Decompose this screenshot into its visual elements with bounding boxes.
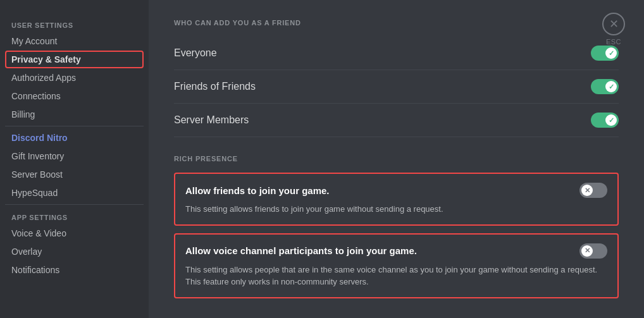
toggle-allow-voice-join[interactable]: ✕: [579, 243, 607, 259]
toggle-knob-server-members: ✓: [605, 114, 617, 126]
rich-presence-card-allow-friends: Allow friends to join your game. ✕ This …: [174, 173, 619, 226]
rich-presence-card-header-2: Allow voice channel participants to join…: [185, 243, 607, 259]
rich-presence-title: RICH PRESENCE: [174, 155, 619, 162]
toggle-knob-everyone: ✓: [605, 47, 617, 59]
toggle-row-server-members: Server Members ✓: [174, 104, 619, 137]
sidebar-item-voice-video[interactable]: Voice & Video: [5, 224, 144, 242]
sidebar-item-connections[interactable]: Connections: [5, 87, 144, 105]
toggle-row-friends-of-friends: Friends of Friends ✓: [174, 70, 619, 104]
esc-label: ESC: [606, 38, 621, 46]
sidebar-item-overlay[interactable]: Overlay: [5, 243, 144, 260]
sidebar-item-server-boost[interactable]: Server Boost: [5, 166, 144, 183]
check-icon-everyone: ✓: [609, 49, 614, 58]
sidebar-divider-2: [5, 204, 144, 205]
toggle-knob-friends-of-friends: ✓: [605, 81, 617, 92]
friend-section-title: WHO CAN ADD YOU AS A FRIEND: [174, 19, 619, 27]
toggle-allow-friends-join[interactable]: ✕: [579, 183, 607, 198]
main-content: ✕ ESC WHO CAN ADD YOU AS A FRIEND Everyo…: [149, 0, 644, 318]
toggle-label-everyone: Everyone: [174, 47, 217, 59]
sidebar-item-notifications[interactable]: Notifications: [5, 261, 144, 279]
sidebar-item-billing[interactable]: Billing: [5, 106, 144, 123]
sidebar-item-my-account[interactable]: My Account: [5, 32, 144, 50]
check-icon-server-members: ✓: [609, 116, 614, 125]
rich-presence-card-title-2: Allow voice channel participants to join…: [185, 245, 417, 256]
sidebar-item-privacy-safety[interactable]: Privacy & Safety: [5, 51, 144, 68]
rich-presence-card-allow-voice: Allow voice channel participants to join…: [174, 233, 619, 298]
esc-button[interactable]: ✕ ESC: [602, 13, 625, 46]
sidebar-item-hypesquad[interactable]: HypeSquad: [5, 184, 144, 202]
rich-presence-card-desc-1: This setting allows friends to join your…: [185, 203, 607, 216]
toggle-server-members[interactable]: ✓: [591, 113, 619, 128]
check-icon-friends-of-friends: ✓: [609, 83, 614, 91]
sidebar-divider-1: [5, 126, 144, 126]
close-icon: ✕: [609, 17, 619, 31]
sidebar-section-discord-nitro: Discord Nitro: [5, 129, 144, 147]
toggle-row-everyone: Everyone ✓: [174, 37, 619, 70]
toggle-friends-of-friends[interactable]: ✓: [591, 79, 619, 94]
sidebar-item-gift-inventory[interactable]: Gift Inventory: [5, 147, 144, 165]
rich-presence-section: RICH PRESENCE Allow friends to join your…: [174, 155, 619, 298]
toggle-knob-allow-friends-join: ✕: [581, 185, 593, 196]
sidebar: USER SETTINGS My Account Privacy & Safet…: [0, 0, 149, 318]
toggle-label-friends-of-friends: Friends of Friends: [174, 81, 256, 92]
rich-presence-card-header-1: Allow friends to join your game. ✕: [185, 183, 607, 198]
rich-presence-card-title-1: Allow friends to join your game.: [185, 185, 330, 196]
toggle-label-server-members: Server Members: [174, 114, 249, 126]
esc-circle-icon: ✕: [602, 13, 625, 35]
sidebar-item-authorized-apps[interactable]: Authorized Apps: [5, 69, 144, 87]
toggle-everyone[interactable]: ✓: [591, 46, 619, 61]
sidebar-section-user-settings: USER SETTINGS: [5, 18, 144, 32]
rich-presence-card-desc-2: This setting allows people that are in t…: [185, 264, 607, 288]
sidebar-section-app-settings: APP SETTINGS: [5, 210, 144, 224]
toggle-knob-allow-voice-join: ✕: [581, 245, 593, 257]
x-icon-allow-friends: ✕: [585, 187, 590, 195]
x-icon-allow-voice: ✕: [585, 247, 590, 255]
